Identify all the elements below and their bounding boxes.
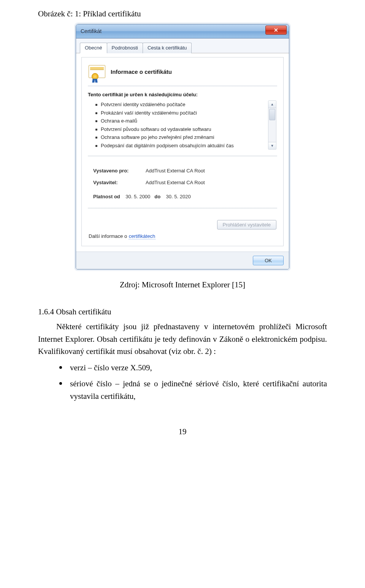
divider	[88, 208, 277, 209]
valid-to-label: do	[154, 194, 160, 199]
section-heading: 1.6.4 Obsah certifikátu	[38, 307, 327, 317]
purpose-item: Ochrana e-mailů	[95, 117, 264, 125]
issuer-label: Vystavitel:	[93, 180, 142, 185]
tab-cert-path[interactable]: Cesta k certifikátu	[143, 43, 192, 53]
window-titlebar: Certifikát ✕	[76, 24, 289, 38]
section-bullets: verzi – číslo verze X.509, sériové číslo…	[38, 362, 327, 406]
purpose-list: Potvrzení identity vzdáleného počítače P…	[88, 100, 264, 150]
purpose-scrollbar[interactable]: ▲ ▼	[268, 100, 276, 150]
section-paragraph: Některé certifikáty jsou již přednastave…	[38, 320, 327, 358]
issued-to-value: AddTrust External CA Root	[146, 168, 205, 174]
dialog-button-row: OK	[76, 252, 289, 269]
certificate-window: Certifikát ✕ Obecné Podrobnosti Cesta k …	[76, 24, 289, 269]
more-info-prefix: Další informace o	[89, 233, 129, 239]
issuer-statement-button: Prohlášení vystavitele	[217, 220, 276, 229]
figure-caption: Obrázek č: 1: Příklad certifikátu	[38, 9, 327, 19]
bullet-item: verzi – číslo verze X.509,	[59, 362, 327, 378]
issuer-row: Vystavitel: AddTrust External CA Root	[93, 177, 277, 188]
bottom-button-bar: Prohlášení vystavitele	[88, 214, 277, 232]
valid-from-value: 30. 5. 2000	[125, 194, 150, 199]
purpose-item: Podepsání dat digitálním podpisem obsahu…	[95, 142, 264, 150]
panel-inner: Informace o certifikátu Tento certifikát…	[81, 57, 284, 246]
validity-row: Platnost od 30. 5. 2000 do 30. 5. 2020	[93, 188, 277, 199]
purpose-item: Prokázání vaší identity vzdálenému počít…	[95, 109, 264, 117]
scroll-down-icon[interactable]: ▼	[268, 142, 276, 149]
valid-from-label: Platnost od	[93, 194, 120, 199]
close-icon: ✕	[274, 27, 278, 33]
purpose-row: Potvrzení identity vzdáleného počítače P…	[88, 100, 277, 150]
source-line: Zdroj: Microsoft Internet Explorer [15]	[38, 280, 327, 290]
divider	[88, 86, 277, 86]
bullet-item: sériové číslo – jedná se o jedinečné sér…	[59, 378, 327, 406]
certificate-details: Vystaveno pro: AddTrust External CA Root…	[93, 165, 277, 199]
cert-info-heading: Informace o certifikátu	[111, 69, 172, 75]
screenshot-container: Certifikát ✕ Obecné Podrobnosti Cesta k …	[38, 24, 327, 269]
body-text: 1.6.4 Obsah certifikátu Některé certifik…	[38, 307, 327, 406]
certificate-icon	[89, 65, 105, 78]
tab-details[interactable]: Podrobnosti	[107, 43, 143, 53]
purpose-item: Ochrana software po jeho zveřejnění před…	[95, 133, 264, 142]
ok-button[interactable]: OK	[253, 256, 284, 265]
scroll-up-icon[interactable]: ▲	[268, 101, 276, 108]
tab-general[interactable]: Obecné	[80, 43, 107, 53]
purpose-item: Potvrzení identity vzdáleného počítače	[95, 100, 264, 109]
purpose-heading: Tento certifikát je určen k následujícím…	[88, 92, 277, 97]
divider	[88, 156, 277, 156]
scroll-thumb[interactable]	[269, 109, 275, 120]
window-title: Certifikát	[81, 28, 265, 34]
scroll-track[interactable]	[268, 121, 276, 142]
tab-panel: Informace o certifikátu Tento certifikát…	[76, 53, 289, 252]
issued-to-label: Vystaveno pro:	[93, 168, 142, 174]
issuer-value: AddTrust External CA Root	[146, 180, 205, 185]
page-number: 19	[38, 406, 327, 437]
certificate-header: Informace o certifikátu	[88, 63, 277, 84]
more-info-line: Další informace o certifikátech	[88, 232, 277, 240]
issued-to-row: Vystaveno pro: AddTrust External CA Root	[93, 165, 277, 177]
purpose-item: Potvrzení původu softwaru od vydavatele …	[95, 125, 264, 134]
more-info-link[interactable]: certifikátech	[129, 233, 156, 239]
window-close-button[interactable]: ✕	[265, 25, 287, 35]
tab-bar: Obecné Podrobnosti Cesta k certifikátu	[76, 38, 289, 53]
valid-to-value: 30. 5. 2020	[166, 194, 191, 199]
